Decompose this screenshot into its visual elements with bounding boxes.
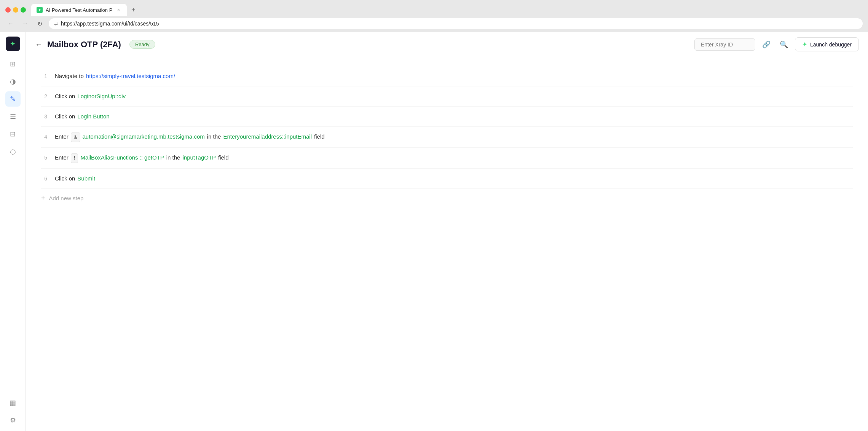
sidebar-item-settings[interactable]: ⚙ <box>5 413 21 428</box>
close-traffic-light[interactable] <box>5 7 11 13</box>
step-keyword: Click on <box>55 112 75 121</box>
step-keyword: in the <box>166 153 180 162</box>
step-row-4: 4 Enter & automation@sigmamarketing.mb.t… <box>41 127 853 148</box>
grid-icon: ⊞ <box>10 60 16 68</box>
launch-debugger-button[interactable]: ✦ Launch debugger <box>795 37 859 51</box>
launch-debugger-icon: ✦ <box>802 41 807 48</box>
tab-close-button[interactable]: × <box>115 7 121 13</box>
step-content-4: Enter & automation@sigmamarketing.mb.tes… <box>55 132 325 142</box>
dashboard-icon: ◑ <box>10 77 16 86</box>
step-keyword: Enter <box>55 132 69 141</box>
sidebar-item-grid[interactable]: ⊞ <box>5 56 21 72</box>
step-content-2: Click on LoginorSignUp::div <box>55 92 126 101</box>
step-keyword: Click on <box>55 92 75 101</box>
step-keyword: Enter <box>55 153 69 162</box>
step-number-2: 2 <box>41 93 47 99</box>
sidebar-logo[interactable]: ✦ <box>6 37 20 51</box>
step-keyword: field <box>314 132 325 141</box>
step-badge-exclamation: ! <box>71 153 78 163</box>
browser-chrome: ✦ AI Powered Test Automation P × + ← → ↻… <box>0 0 868 32</box>
apps-icon: ⊟ <box>10 130 16 138</box>
header-right: 🔗 🔍 ✦ Launch debugger <box>694 37 859 51</box>
address-security-icon: ⇄ <box>54 21 58 26</box>
link-icon-button[interactable]: 🔗 <box>760 38 773 51</box>
step-keyword: Click on <box>55 174 75 183</box>
sidebar-item-edit[interactable]: ✎ <box>5 91 21 107</box>
timer-icon: ◌ <box>10 147 16 156</box>
page-header: ← Mailbox OTP (2FA) Ready 🔗 🔍 ✦ Launch d… <box>26 32 868 57</box>
title-bar: ✦ AI Powered Test Automation P × + <box>0 0 868 16</box>
edit-icon: ✎ <box>10 95 16 103</box>
document-icon: ☰ <box>10 112 16 121</box>
sidebar-item-chart[interactable]: ▦ <box>5 395 21 410</box>
step-content-5: Enter ! MailBoxAliasFunctions :: getOTP … <box>55 153 229 163</box>
url-display: https://app.testsigma.com/ui/td/cases/51… <box>61 21 159 27</box>
step-element-email: automation@sigmamarketing.mb.testsigma.c… <box>83 132 205 141</box>
step-element-submit: Submit <box>77 174 95 183</box>
step-content-1: Navigate to https://simply-travel.testsi… <box>55 72 175 81</box>
sidebar-item-apps[interactable]: ⊟ <box>5 126 21 142</box>
forward-button[interactable]: → <box>20 18 30 29</box>
xray-id-input[interactable] <box>694 38 755 51</box>
step-keyword: in the <box>207 132 221 141</box>
back-arrow-icon: ← <box>35 40 43 49</box>
sidebar: ✦ ⊞ ◑ ✎ ☰ ⊟ ◌ ▦ ⚙ <box>0 32 26 431</box>
link-icon: 🔗 <box>762 40 771 49</box>
step-row-3: 3 Click on Login Button <box>41 107 853 127</box>
step-row-6: 6 Click on Submit <box>41 169 853 189</box>
page-title: Mailbox OTP (2FA) <box>47 40 121 49</box>
step-row-1: 1 Navigate to https://simply-travel.test… <box>41 66 853 86</box>
add-step-row[interactable]: + Add new step <box>41 189 853 208</box>
reload-button[interactable]: ↻ <box>34 18 45 29</box>
minimize-traffic-light[interactable] <box>13 7 18 13</box>
back-button[interactable]: ← <box>35 40 43 49</box>
address-bar-row: ← → ↻ ⇄ https://app.testsigma.com/ui/td/… <box>0 16 868 32</box>
tab-bar: ✦ AI Powered Test Automation P × + <box>31 4 139 16</box>
active-tab[interactable]: ✦ AI Powered Test Automation P × <box>31 4 127 16</box>
search-icon: 🔍 <box>780 40 788 49</box>
step-row-2: 2 Click on LoginorSignUp::div <box>41 86 853 107</box>
address-bar[interactable]: ⇄ https://app.testsigma.com/ui/td/cases/… <box>49 18 863 29</box>
step-badge-ampersand: & <box>71 132 80 142</box>
step-element-field: Enteryouremailaddress::inputEmail <box>223 132 312 141</box>
new-tab-button[interactable]: + <box>128 4 139 16</box>
step-number-6: 6 <box>41 176 47 182</box>
step-element-function: MailBoxAliasFunctions :: getOTP <box>80 153 164 162</box>
launch-debugger-label: Launch debugger <box>810 42 852 48</box>
step-keyword: field <box>218 153 229 162</box>
add-step-icon: + <box>41 194 45 202</box>
traffic-lights <box>5 7 26 13</box>
sidebar-item-document[interactable]: ☰ <box>5 109 21 124</box>
search-button[interactable]: 🔍 <box>777 38 790 51</box>
step-row-5: 5 Enter ! MailBoxAliasFunctions :: getOT… <box>41 148 853 169</box>
app-layout: ✦ ⊞ ◑ ✎ ☰ ⊟ ◌ ▦ ⚙ ← <box>0 32 868 431</box>
step-content-6: Click on Submit <box>55 174 95 183</box>
chart-icon: ▦ <box>10 399 16 407</box>
step-element: Login Button <box>77 112 109 121</box>
status-badge: Ready <box>129 40 155 49</box>
steps-area: 1 Navigate to https://simply-travel.test… <box>26 57 868 217</box>
settings-icon: ⚙ <box>10 416 16 425</box>
step-number-3: 3 <box>41 113 47 120</box>
step-number-1: 1 <box>41 73 47 79</box>
main-content: ← Mailbox OTP (2FA) Ready 🔗 🔍 ✦ Launch d… <box>26 32 868 431</box>
back-button[interactable]: ← <box>5 18 16 29</box>
step-link-url[interactable]: https://simply-travel.testsigma.com/ <box>86 72 175 81</box>
sidebar-item-timer[interactable]: ◌ <box>5 144 21 159</box>
step-keyword: Navigate to <box>55 72 84 81</box>
step-element: LoginorSignUp::div <box>77 92 126 101</box>
step-element-tag: inputTagOTP <box>182 153 216 162</box>
add-step-label: Add new step <box>49 195 84 201</box>
step-content-3: Click on Login Button <box>55 112 110 121</box>
sidebar-item-dashboard[interactable]: ◑ <box>5 74 21 89</box>
step-number-4: 4 <box>41 134 47 140</box>
step-number-5: 5 <box>41 155 47 161</box>
tab-title: AI Powered Test Automation P <box>46 7 112 13</box>
tab-favicon: ✦ <box>37 7 43 13</box>
maximize-traffic-light[interactable] <box>21 7 26 13</box>
